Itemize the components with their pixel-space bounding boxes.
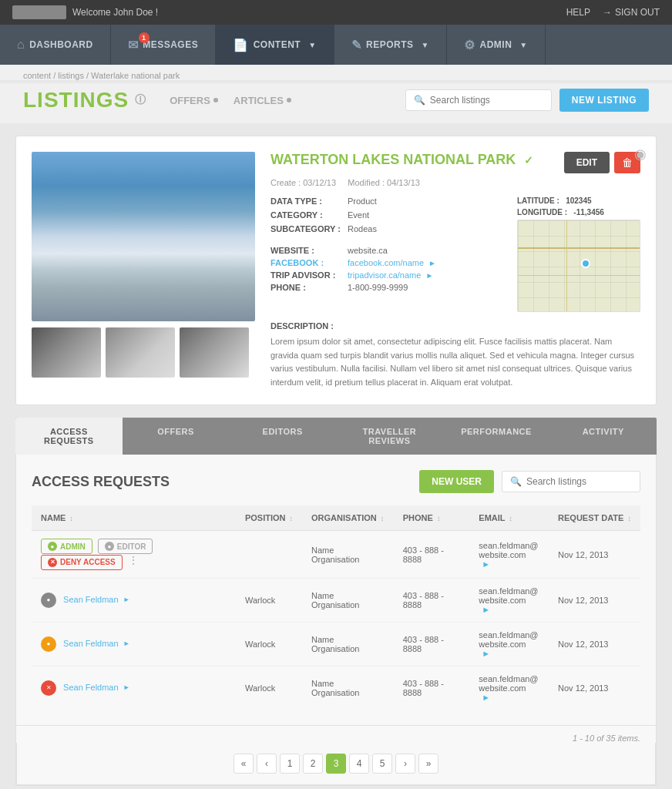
page-info: 1 - 10 of 35 items. xyxy=(16,726,656,743)
sign-out-button[interactable]: → SIGN OUT xyxy=(603,7,660,18)
user-name-row4[interactable]: Sean Feldman xyxy=(63,682,119,691)
user-arrow-row4: ► xyxy=(123,683,130,691)
tab-performance[interactable]: PERFORMANCE xyxy=(443,418,550,455)
thumbnail-row xyxy=(32,327,255,378)
page-4-button[interactable]: 4 xyxy=(349,754,369,774)
description-section: DESCRIPTION : Lorem ipsum dolor sit amet… xyxy=(270,321,640,389)
listing-card: ◉ WATERTON LAKES NATIONAL PARK xyxy=(15,136,657,405)
listing-top: WATERTON LAKES NATIONAL PARK ✓ EDIT 🗑 Cr… xyxy=(32,152,640,389)
messages-badge: 1 xyxy=(139,32,150,43)
tab-activity[interactable]: ACTIVITY xyxy=(549,418,657,455)
search-input[interactable] xyxy=(430,95,543,106)
thumbnail-2[interactable] xyxy=(106,327,175,378)
row3-date: Nov 12, 2013 xyxy=(549,622,640,666)
map-pin xyxy=(581,259,590,268)
top-bar: Welcome John Doe ! HELP → SIGN OUT xyxy=(0,0,672,25)
breadcrumb-listings[interactable]: listings xyxy=(58,71,84,80)
top-bar-right: HELP → SIGN OUT xyxy=(566,7,660,18)
subcategory-row: SUBCATEGORY : Rodeas xyxy=(270,224,494,233)
listing-meta: DATA TYPE : Product CATEGORY : Event SUB… xyxy=(270,196,640,312)
page-prev-button[interactable]: ‹ xyxy=(257,754,277,774)
page-first-button[interactable]: « xyxy=(234,754,254,774)
thumbnail-3[interactable] xyxy=(180,327,249,378)
access-search-input[interactable] xyxy=(526,476,632,487)
row4-position: Warlock xyxy=(236,666,302,710)
nav-dashboard[interactable]: ⌂ DASHBOARD xyxy=(0,25,111,65)
search-box: 🔍 xyxy=(405,89,552,111)
col-email[interactable]: EMAIL ↕ xyxy=(469,505,549,531)
articles-dot xyxy=(287,98,291,102)
row2-org: Name Organisation xyxy=(302,578,394,622)
page-1-button[interactable]: 1 xyxy=(280,754,300,774)
access-search-icon: 🔍 xyxy=(510,476,522,487)
sub-nav-articles[interactable]: ARTICLES xyxy=(234,95,291,106)
table-row: ● ADMIN ● EDITOR ✕ DENY ACCESS ⋮ xyxy=(32,531,640,579)
page-header-left: LISTINGS ⓘ OFFERS ARTICLES xyxy=(23,88,291,112)
row2-position: Warlock xyxy=(236,578,302,622)
row2-date: Nov 12, 2013 xyxy=(549,578,640,622)
mail-icon: ✉ xyxy=(128,38,139,52)
gear-icon: ⚙ xyxy=(464,38,475,52)
thumbnail-1[interactable] xyxy=(32,327,101,378)
nav-reports-label: REPORTS xyxy=(366,39,414,50)
nav-admin[interactable]: ⚙ ADMIN ▼ xyxy=(447,25,546,65)
tab-access-requests[interactable]: ACCESS REQUESTS xyxy=(15,418,123,455)
page-next-button[interactable]: › xyxy=(395,754,415,774)
info-icon[interactable]: ⓘ xyxy=(135,93,146,107)
longitude-row: LONGITUDE : -11,3456 xyxy=(517,208,640,217)
help-link[interactable]: HELP xyxy=(566,7,590,18)
email2-arrow[interactable]: ► xyxy=(482,605,490,614)
nav-reports[interactable]: ✎ REPORTS ▼ xyxy=(334,25,447,65)
listing-images xyxy=(32,152,255,389)
nav-messages-label: MESSAGES xyxy=(143,39,198,50)
row4-date: Nov 12, 2013 xyxy=(549,666,640,710)
col-phone[interactable]: PHONE ↕ xyxy=(394,505,470,531)
email1-arrow[interactable]: ► xyxy=(482,559,490,569)
edit-button[interactable]: EDIT xyxy=(564,152,610,173)
close-button[interactable]: ◉ xyxy=(634,146,647,163)
breadcrumb-content[interactable]: content xyxy=(23,71,51,80)
page-3-button[interactable]: 3 xyxy=(326,754,346,774)
user-name-row2[interactable]: Sean Feldman xyxy=(63,594,119,603)
nav-content[interactable]: 📄 CONTENT ▼ xyxy=(216,25,334,65)
tab-traveller-reviews[interactable]: TRAVELLER REVIEWS xyxy=(336,418,443,455)
nav-messages[interactable]: ✉ MESSAGES 1 xyxy=(111,25,217,65)
data-type-row: DATA TYPE : Product xyxy=(270,196,494,206)
admin-role-button[interactable]: ● ADMIN xyxy=(41,539,92,554)
user-name-row3[interactable]: Sean Feldman xyxy=(63,638,119,647)
listing-dates: Create : 03/12/13 Modified : 04/13/13 xyxy=(270,178,640,187)
page-2-button[interactable]: 2 xyxy=(303,754,323,774)
tab-editors[interactable]: EDITORS xyxy=(229,418,336,455)
user-arrow-row3: ► xyxy=(123,640,130,647)
editor-icon: ● xyxy=(105,542,114,551)
breadcrumb-area: content / listings / Waterlake national … xyxy=(0,65,672,80)
avatar-row4: ✕ xyxy=(41,680,56,696)
sort-phone-icon: ↕ xyxy=(437,515,441,522)
page-5-button[interactable]: 5 xyxy=(372,754,392,774)
sub-nav-offers[interactable]: OFFERS xyxy=(170,95,218,106)
listing-check-icon: ✓ xyxy=(524,154,533,166)
email3-arrow[interactable]: ► xyxy=(482,649,490,658)
page-header: LISTINGS ⓘ OFFERS ARTICLES 🔍 NEW LISTING xyxy=(0,83,672,123)
sort-name-icon: ↕ xyxy=(69,515,73,522)
row1-options[interactable]: ⋮ xyxy=(128,554,139,566)
access-table: NAME ↕ POSITION ↕ ORGANISATION ↕ PHONE ↕… xyxy=(32,505,640,710)
listing-title: WATERTON LAKES NATIONAL PARK ✓ xyxy=(270,152,533,169)
row1-name-cell: ● ADMIN ● EDITOR ✕ DENY ACCESS ⋮ xyxy=(32,531,236,579)
map-placeholder[interactable] xyxy=(517,220,640,312)
new-listing-button[interactable]: NEW LISTING xyxy=(559,89,649,112)
col-date[interactable]: REQUEST DATE ↕ xyxy=(549,505,640,531)
email4-arrow[interactable]: ► xyxy=(482,693,490,702)
meta-left: DATA TYPE : Product CATEGORY : Event SUB… xyxy=(270,196,494,312)
row4-email: sean.feldman@website.com ► xyxy=(469,666,549,710)
table-row: ● Sean Feldman ► Warlock Name Organisati… xyxy=(32,578,640,622)
col-position[interactable]: POSITION ↕ xyxy=(236,505,302,531)
col-name[interactable]: NAME ↕ xyxy=(32,505,236,531)
page-last-button[interactable]: » xyxy=(418,754,438,774)
new-user-button[interactable]: NEW USER xyxy=(419,470,494,493)
tab-offers[interactable]: OFFERS xyxy=(123,418,230,455)
deny-role-button[interactable]: ✕ DENY ACCESS xyxy=(41,555,123,570)
editor-role-button[interactable]: ● EDITOR xyxy=(98,539,153,554)
col-organisation[interactable]: ORGANISATION ↕ xyxy=(302,505,394,531)
access-header-right: NEW USER 🔍 xyxy=(419,470,640,493)
